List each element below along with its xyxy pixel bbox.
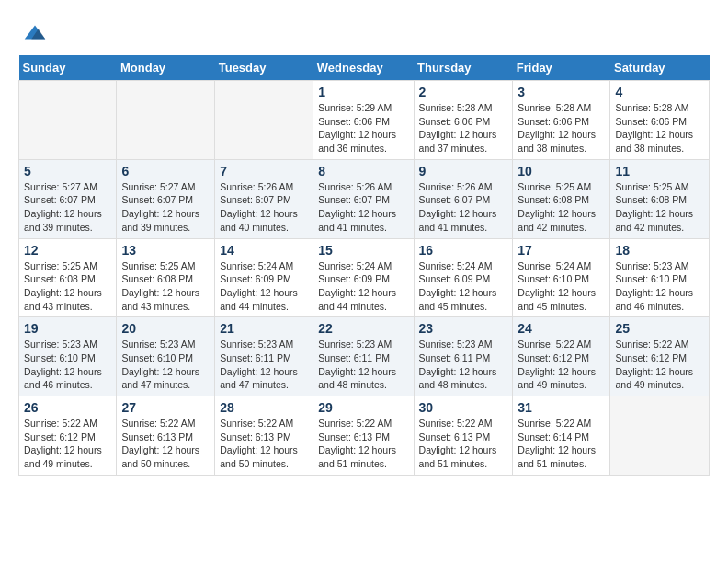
day-number: 15 xyxy=(318,243,408,258)
calendar-cell: 29Sunrise: 5:22 AMSunset: 6:13 PMDayligh… xyxy=(313,396,414,476)
calendar-cell: 22Sunrise: 5:23 AMSunset: 6:11 PMDayligh… xyxy=(313,317,414,396)
day-info: Sunrise: 5:25 AMSunset: 6:08 PMDaylight:… xyxy=(121,259,210,314)
day-info: Sunrise: 5:22 AMSunset: 6:12 PMDaylight:… xyxy=(518,338,605,392)
day-info: Sunrise: 5:24 AMSunset: 6:09 PMDaylight:… xyxy=(220,259,308,314)
day-number: 3 xyxy=(518,85,605,99)
day-number: 11 xyxy=(615,164,704,178)
day-number: 23 xyxy=(419,321,508,336)
calendar-cell: 25Sunrise: 5:22 AMSunset: 6:12 PMDayligh… xyxy=(610,317,710,396)
day-number: 22 xyxy=(318,321,408,336)
day-info: Sunrise: 5:27 AMSunset: 6:07 PMDaylight:… xyxy=(24,180,111,235)
day-info: Sunrise: 5:23 AMSunset: 6:11 PMDaylight:… xyxy=(318,338,408,392)
day-info: Sunrise: 5:23 AMSunset: 6:10 PMDaylight:… xyxy=(24,338,111,392)
calendar-cell: 28Sunrise: 5:22 AMSunset: 6:13 PMDayligh… xyxy=(215,396,313,476)
day-info: Sunrise: 5:25 AMSunset: 6:08 PMDaylight:… xyxy=(615,180,704,235)
logo xyxy=(18,18,49,46)
calendar-header-row: SundayMondayTuesdayWednesdayThursdayFrid… xyxy=(19,55,710,81)
calendar-cell xyxy=(19,81,117,160)
day-number: 9 xyxy=(419,164,508,178)
calendar-cell: 24Sunrise: 5:22 AMSunset: 6:12 PMDayligh… xyxy=(513,317,610,396)
day-info: Sunrise: 5:24 AMSunset: 6:09 PMDaylight:… xyxy=(318,259,408,314)
day-number: 18 xyxy=(615,243,704,258)
day-info: Sunrise: 5:22 AMSunset: 6:13 PMDaylight:… xyxy=(318,417,408,471)
day-number: 20 xyxy=(121,321,210,336)
day-number: 16 xyxy=(419,243,508,258)
page-header xyxy=(18,18,710,46)
day-number: 24 xyxy=(518,321,605,336)
day-number: 8 xyxy=(318,164,408,178)
header-day-tuesday: Tuesday xyxy=(215,55,313,81)
calendar-cell xyxy=(117,81,215,160)
header-day-thursday: Thursday xyxy=(414,55,513,81)
day-info: Sunrise: 5:22 AMSunset: 6:12 PMDaylight:… xyxy=(615,338,704,392)
day-number: 19 xyxy=(24,321,111,336)
day-number: 17 xyxy=(518,243,605,258)
day-number: 21 xyxy=(220,321,308,336)
day-number: 26 xyxy=(24,400,111,415)
calendar-cell: 14Sunrise: 5:24 AMSunset: 6:09 PMDayligh… xyxy=(215,238,313,317)
day-info: Sunrise: 5:28 AMSunset: 6:06 PMDaylight:… xyxy=(419,101,508,155)
day-number: 30 xyxy=(419,400,508,415)
day-info: Sunrise: 5:27 AMSunset: 6:07 PMDaylight:… xyxy=(121,180,210,235)
day-info: Sunrise: 5:24 AMSunset: 6:10 PMDaylight:… xyxy=(518,259,605,314)
header-day-monday: Monday xyxy=(117,55,215,81)
calendar-cell: 12Sunrise: 5:25 AMSunset: 6:08 PMDayligh… xyxy=(19,238,117,317)
day-info: Sunrise: 5:22 AMSunset: 6:13 PMDaylight:… xyxy=(419,417,508,471)
header-day-saturday: Saturday xyxy=(610,55,710,81)
calendar-cell: 23Sunrise: 5:23 AMSunset: 6:11 PMDayligh… xyxy=(414,317,513,396)
header-day-sunday: Sunday xyxy=(19,55,117,81)
week-row-4: 19Sunrise: 5:23 AMSunset: 6:10 PMDayligh… xyxy=(19,317,710,396)
calendar-cell: 11Sunrise: 5:25 AMSunset: 6:08 PMDayligh… xyxy=(610,159,710,238)
calendar-cell: 13Sunrise: 5:25 AMSunset: 6:08 PMDayligh… xyxy=(117,238,215,317)
day-number: 10 xyxy=(518,164,605,178)
calendar-cell: 19Sunrise: 5:23 AMSunset: 6:10 PMDayligh… xyxy=(19,317,117,396)
header-day-wednesday: Wednesday xyxy=(313,55,414,81)
day-number: 14 xyxy=(220,243,308,258)
day-info: Sunrise: 5:23 AMSunset: 6:11 PMDaylight:… xyxy=(220,338,308,392)
day-info: Sunrise: 5:25 AMSunset: 6:08 PMDaylight:… xyxy=(24,259,111,314)
day-number: 27 xyxy=(121,400,210,415)
day-info: Sunrise: 5:29 AMSunset: 6:06 PMDaylight:… xyxy=(318,101,408,155)
day-info: Sunrise: 5:23 AMSunset: 6:10 PMDaylight:… xyxy=(121,338,210,392)
day-info: Sunrise: 5:23 AMSunset: 6:11 PMDaylight:… xyxy=(419,338,508,392)
calendar-cell: 1Sunrise: 5:29 AMSunset: 6:06 PMDaylight… xyxy=(313,81,414,160)
calendar-cell: 4Sunrise: 5:28 AMSunset: 6:06 PMDaylight… xyxy=(610,81,710,160)
day-number: 2 xyxy=(419,85,508,99)
day-number: 5 xyxy=(24,164,111,178)
calendar-cell: 18Sunrise: 5:23 AMSunset: 6:10 PMDayligh… xyxy=(610,238,710,317)
week-row-5: 26Sunrise: 5:22 AMSunset: 6:12 PMDayligh… xyxy=(19,396,710,476)
day-info: Sunrise: 5:28 AMSunset: 6:06 PMDaylight:… xyxy=(615,101,704,155)
calendar-cell: 9Sunrise: 5:26 AMSunset: 6:07 PMDaylight… xyxy=(414,159,513,238)
calendar-table: SundayMondayTuesdayWednesdayThursdayFrid… xyxy=(18,55,710,476)
day-number: 31 xyxy=(518,400,605,415)
day-info: Sunrise: 5:26 AMSunset: 6:07 PMDaylight:… xyxy=(419,180,508,235)
calendar-cell: 31Sunrise: 5:22 AMSunset: 6:14 PMDayligh… xyxy=(513,396,610,476)
calendar-cell: 3Sunrise: 5:28 AMSunset: 6:06 PMDaylight… xyxy=(513,81,610,160)
calendar-cell: 2Sunrise: 5:28 AMSunset: 6:06 PMDaylight… xyxy=(414,81,513,160)
day-info: Sunrise: 5:22 AMSunset: 6:13 PMDaylight:… xyxy=(220,417,308,471)
week-row-3: 12Sunrise: 5:25 AMSunset: 6:08 PMDayligh… xyxy=(19,238,710,317)
calendar-cell: 15Sunrise: 5:24 AMSunset: 6:09 PMDayligh… xyxy=(313,238,414,317)
day-info: Sunrise: 5:28 AMSunset: 6:06 PMDaylight:… xyxy=(518,101,605,155)
calendar-cell: 20Sunrise: 5:23 AMSunset: 6:10 PMDayligh… xyxy=(117,317,215,396)
calendar-cell xyxy=(610,396,710,476)
calendar-cell xyxy=(215,81,313,160)
calendar-cell: 26Sunrise: 5:22 AMSunset: 6:12 PMDayligh… xyxy=(19,396,117,476)
week-row-2: 5Sunrise: 5:27 AMSunset: 6:07 PMDaylight… xyxy=(19,159,710,238)
day-number: 1 xyxy=(318,85,408,99)
calendar-cell: 5Sunrise: 5:27 AMSunset: 6:07 PMDaylight… xyxy=(19,159,117,238)
day-info: Sunrise: 5:22 AMSunset: 6:12 PMDaylight:… xyxy=(24,417,111,471)
calendar-cell: 21Sunrise: 5:23 AMSunset: 6:11 PMDayligh… xyxy=(215,317,313,396)
day-number: 29 xyxy=(318,400,408,415)
calendar-cell: 27Sunrise: 5:22 AMSunset: 6:13 PMDayligh… xyxy=(117,396,215,476)
header-day-friday: Friday xyxy=(513,55,610,81)
day-number: 25 xyxy=(615,321,704,336)
day-number: 6 xyxy=(121,164,210,178)
calendar-cell: 30Sunrise: 5:22 AMSunset: 6:13 PMDayligh… xyxy=(414,396,513,476)
calendar-cell: 6Sunrise: 5:27 AMSunset: 6:07 PMDaylight… xyxy=(117,159,215,238)
calendar-cell: 16Sunrise: 5:24 AMSunset: 6:09 PMDayligh… xyxy=(414,238,513,317)
logo-text xyxy=(18,18,49,46)
day-number: 7 xyxy=(220,164,308,178)
calendar-cell: 8Sunrise: 5:26 AMSunset: 6:07 PMDaylight… xyxy=(313,159,414,238)
day-number: 12 xyxy=(24,243,111,258)
